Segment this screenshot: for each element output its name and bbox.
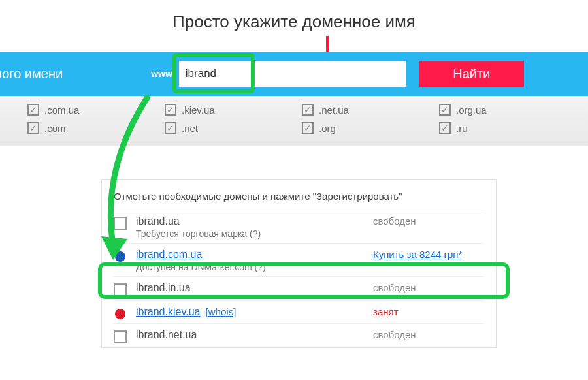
tld-option[interactable]: ✓.ru — [439, 122, 550, 134]
checkbox-icon: ✓ — [302, 104, 314, 116]
domain-input[interactable] — [179, 61, 251, 87]
tld-label: .net.ua — [319, 104, 349, 116]
tld-label: .net — [182, 123, 198, 134]
checkbox-icon: ✓ — [165, 122, 176, 134]
domain-subtext: Требуется торговая марка (?) — [136, 229, 373, 239]
tld-option[interactable]: ✓.com.ua — [27, 104, 165, 116]
result-row: ibrand.net.ua свободен — [114, 323, 484, 347]
search-bar: енного имени www Найти — [0, 52, 588, 96]
status-free: свободен — [373, 282, 484, 293]
tld-option[interactable]: ✓.net.ua — [302, 104, 439, 116]
instruction-text: Просто укажите доменное имя — [0, 12, 588, 32]
www-prefix: www — [151, 69, 172, 79]
domain-link[interactable]: ibrand.kiev.ua — [136, 306, 200, 317]
domain-link[interactable]: ibrand.com.ua — [136, 249, 202, 260]
whois-link[interactable]: [whois] — [206, 306, 237, 317]
status-dot-red — [115, 309, 125, 319]
tld-label: .org.ua — [456, 104, 487, 116]
buy-link[interactable]: Купить за 8244 грн* — [373, 249, 484, 260]
search-input-wrap — [179, 61, 406, 87]
search-label: енного имени — [0, 67, 76, 82]
checkbox-icon: ✓ — [27, 122, 39, 134]
row-checkbox[interactable] — [114, 217, 127, 230]
row-checkbox[interactable] — [114, 283, 127, 296]
results-panel: Отметьте необходимые домены и нажмите "З… — [101, 179, 497, 348]
checkbox-icon: ✓ — [27, 104, 39, 116]
status-free: свободен — [373, 329, 484, 340]
status-free: свободен — [373, 215, 484, 227]
checkbox-icon: ✓ — [439, 122, 451, 134]
tld-option[interactable]: ✓.com — [27, 122, 165, 134]
result-row: ibrand.com.ua Доступен на DNMarket.com (… — [114, 243, 484, 276]
tld-label: .kiev.ua — [182, 104, 215, 116]
result-row: ibrand.in.ua свободен — [114, 276, 484, 300]
checkbox-icon: ✓ — [302, 122, 314, 134]
result-row: ibrand.kiev.ua [whois] занят — [114, 300, 484, 323]
tld-label: .org — [319, 123, 336, 134]
status-dot-blue — [115, 251, 125, 262]
tld-label: .com.ua — [44, 104, 79, 116]
tld-option[interactable]: ✓.net — [165, 122, 302, 134]
domain-name: ibrand.net.ua — [136, 329, 373, 341]
tld-label: .ru — [456, 123, 468, 134]
row-checkbox[interactable] — [114, 330, 127, 343]
results-caption: Отметьте необходимые домены и нажмите "З… — [114, 191, 484, 202]
result-row: ibrand.ua Требуется торговая марка (?) с… — [114, 210, 484, 243]
tld-option[interactable]: ✓.org — [302, 122, 439, 134]
domain-input-ext[interactable] — [252, 61, 406, 87]
domain-name: ibrand.in.ua — [136, 282, 373, 294]
domain-subtext: Доступен на DNMarket.com (?) — [136, 262, 373, 272]
tld-option[interactable]: ✓.kiev.ua — [165, 104, 302, 116]
tld-option[interactable]: ✓.org.ua — [439, 104, 550, 116]
tld-label: .com — [44, 123, 66, 134]
checkbox-icon: ✓ — [165, 104, 176, 116]
checkbox-icon: ✓ — [439, 104, 451, 116]
tld-list: ✓.com.ua ✓.kiev.ua ✓.net.ua ✓.org.ua ✓.c… — [0, 96, 588, 146]
search-button[interactable]: Найти — [419, 61, 524, 87]
domain-name: ibrand.ua — [136, 215, 373, 227]
status-busy: занят — [373, 306, 484, 317]
